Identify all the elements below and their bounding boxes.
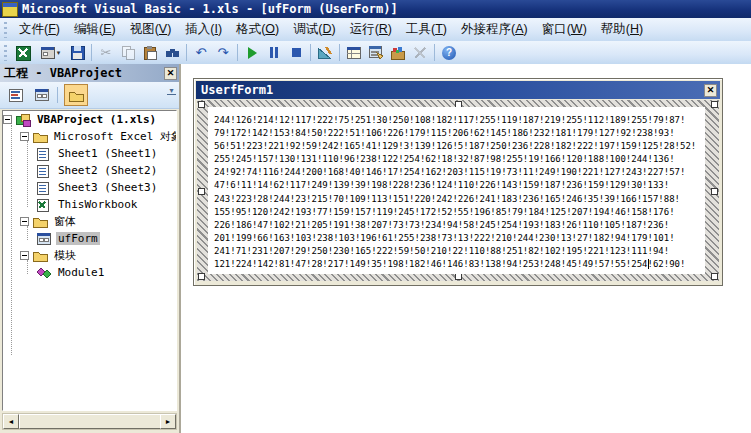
- break-button[interactable]: [264, 43, 284, 62]
- label-text-editor[interactable]: 244!126!214!12!117!222!75!251!30!250!108…: [208, 107, 705, 274]
- userform-titlebar[interactable]: UserfForm1: [196, 81, 720, 99]
- menu-bar: 文件F 编辑E 视图V 插入I 格式O 调试D 运行R 工具T 外接程序A 窗口…: [0, 18, 751, 42]
- menu-debug[interactable]: 调试D: [286, 18, 342, 41]
- menu-window[interactable]: 窗口W: [535, 18, 594, 41]
- worksheet-icon: [36, 164, 53, 178]
- menu-label: 视图: [130, 22, 155, 36]
- tree-item-module1[interactable]: Module1: [3, 264, 176, 281]
- resize-handle-top-right[interactable]: [711, 101, 718, 108]
- view-excel-button[interactable]: [13, 43, 33, 62]
- form-text-line: 243!223!28!244!23!215!70!109!113!151!220…: [214, 193, 705, 206]
- form-text-line: 79!172!142!153!84!50!222!51!106!226!179!…: [214, 127, 705, 140]
- properties-window-icon: [368, 45, 384, 60]
- view-code-button[interactable]: [3, 84, 27, 106]
- module-icon: [36, 266, 53, 280]
- tree-item-sheet2[interactable]: Sheet2 (Sheet2): [3, 162, 176, 179]
- userform-hatched-border: 244!126!214!12!117!222!75!251!30!250!108…: [197, 100, 719, 281]
- tree-item-label: Microsoft Excel 对象: [52, 129, 177, 144]
- tree-item-label: VBAProject (1.xls): [35, 113, 158, 126]
- reset-button[interactable]: [286, 43, 306, 62]
- menu-file[interactable]: 文件F: [12, 18, 67, 41]
- worksheet-icon: [36, 181, 53, 195]
- tree-item-sheet1[interactable]: Sheet1 (Sheet1): [3, 145, 176, 162]
- menu-label: 插入: [185, 22, 210, 36]
- menu-edit[interactable]: 编辑E: [67, 18, 123, 41]
- panel-close-button[interactable]: [164, 67, 177, 80]
- text-caret: [648, 259, 649, 269]
- form-text-line: 24!92!74!116!244!200!168!40!146!17!254!1…: [214, 166, 705, 179]
- window-title: Microsoft Visual Basic - 1.xls - [ufForm…: [22, 2, 398, 16]
- resize-handle-bottom-center[interactable]: [455, 273, 462, 280]
- menubar-grip[interactable]: [3, 22, 8, 38]
- menu-run[interactable]: 运行R: [343, 18, 399, 41]
- scroll-right-arrow[interactable]: ►: [160, 414, 176, 429]
- tree-item-thisworkbook[interactable]: ThisWorkbook: [3, 196, 176, 213]
- tree-item-forms-folder[interactable]: 窗体: [3, 213, 176, 230]
- undo-button[interactable]: ↶: [191, 43, 211, 62]
- copy-button[interactable]: [118, 43, 138, 62]
- menu-label: 运行: [350, 22, 375, 36]
- userform-close-button[interactable]: [704, 84, 717, 97]
- save-button[interactable]: [67, 43, 87, 62]
- form-text-line: 241!71!231!207!29!250!230!165!222!59!50!…: [214, 245, 705, 258]
- tree-item-label: Sheet2 (Sheet2): [56, 164, 159, 177]
- menu-accel: V: [155, 22, 172, 36]
- properties-window-button[interactable]: [366, 43, 386, 62]
- resize-handle-bottom-left[interactable]: [198, 273, 205, 280]
- design-mode-icon: [317, 45, 333, 60]
- redo-button[interactable]: ↷: [213, 43, 233, 62]
- window-titlebar[interactable]: Microsoft Visual Basic - 1.xls - [ufForm…: [0, 0, 751, 18]
- tree-item-vbaproject[interactable]: VBAProject (1.xls): [3, 111, 176, 128]
- form-text-line: 155!95!120!242!193!77!159!157!119!245!17…: [214, 206, 705, 219]
- cut-button[interactable]: ✂: [96, 43, 116, 62]
- tree-item-modules-folder[interactable]: 模块: [3, 247, 176, 264]
- toggle-folders-button[interactable]: [64, 84, 88, 106]
- menu-addins[interactable]: 外接程序A: [454, 18, 535, 41]
- insert-userform-button[interactable]: ▾: [35, 43, 65, 62]
- collapse-icon[interactable]: [20, 132, 29, 141]
- project-explorer-button[interactable]: [344, 43, 364, 62]
- scrollbar-thumb[interactable]: [19, 414, 162, 429]
- menu-format[interactable]: 格式O: [229, 18, 286, 41]
- help-button[interactable]: [439, 43, 459, 62]
- menu-view[interactable]: 视图V: [123, 18, 179, 41]
- toolbar-options-icon[interactable]: [167, 88, 176, 96]
- toolbox-button[interactable]: [388, 43, 408, 62]
- toolbar-separator: [434, 44, 435, 61]
- resize-handle-mid-left[interactable]: [198, 188, 205, 195]
- vb-app-icon: [2, 2, 18, 17]
- menu-accel: W: [567, 22, 587, 36]
- collapse-icon[interactable]: [20, 251, 29, 260]
- tree-item-excel-objects[interactable]: Microsoft Excel 对象: [3, 128, 176, 145]
- menu-help[interactable]: 帮助H: [594, 18, 650, 41]
- view-object-button[interactable]: [30, 84, 54, 106]
- project-horizontal-scrollbar[interactable]: ◄ ►: [2, 413, 177, 430]
- menu-accel: E: [99, 22, 116, 36]
- toolbar-separator: [186, 44, 187, 61]
- paste-button[interactable]: [140, 43, 160, 62]
- resize-handle-bottom-right[interactable]: [711, 273, 718, 280]
- menu-tools[interactable]: 工具T: [399, 18, 454, 41]
- redo-arrow-icon: ↷: [218, 46, 229, 59]
- tree-item-sheet3[interactable]: Sheet3 (Sheet3): [3, 179, 176, 196]
- menu-insert[interactable]: 插入I: [178, 18, 229, 41]
- scroll-left-arrow[interactable]: ◄: [3, 414, 19, 429]
- tree-item-ufform[interactable]: ufForm: [3, 230, 176, 247]
- collapse-icon[interactable]: [3, 115, 12, 124]
- dropdown-arrow-icon[interactable]: ▾: [57, 49, 61, 57]
- project-panel-header[interactable]: 工程 - VBAProject: [0, 64, 179, 82]
- collapse-icon[interactable]: [20, 217, 29, 226]
- userform-designer-window[interactable]: UserfForm1 244!126!214!12!117!222!75!251…: [193, 78, 723, 286]
- workbook-icon: [36, 198, 53, 212]
- design-mode-button[interactable]: [315, 43, 335, 62]
- menu-accel: H: [626, 22, 643, 36]
- object-browser-button[interactable]: [410, 43, 430, 62]
- pause-icon: [270, 47, 278, 58]
- toolbar-separator: [339, 44, 340, 61]
- resize-handle-top-left[interactable]: [198, 101, 205, 108]
- run-button[interactable]: [242, 43, 262, 62]
- find-button[interactable]: [162, 43, 182, 62]
- form-text-line: 255!245!157!130!131!110!96!238!122!254!6…: [214, 153, 705, 166]
- resize-handle-mid-right[interactable]: [711, 188, 718, 195]
- toolbar-grip[interactable]: [3, 45, 8, 61]
